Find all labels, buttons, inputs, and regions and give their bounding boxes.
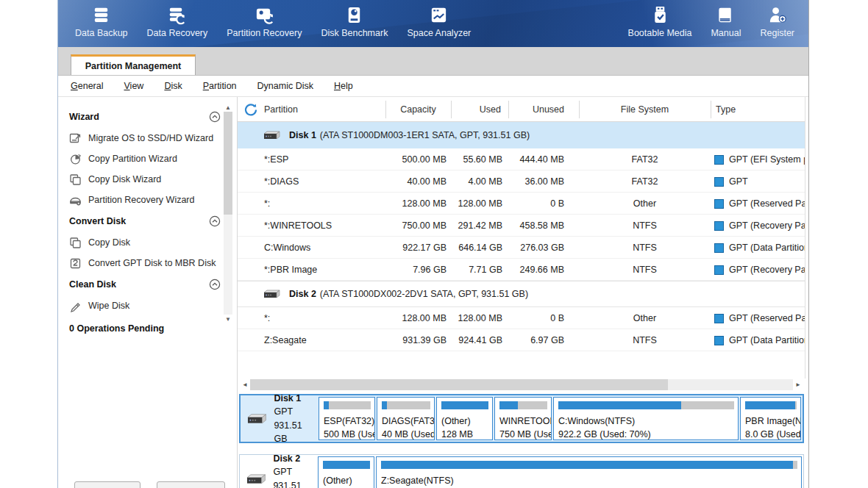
collapse-chevron-icon[interactable] [209, 279, 221, 290]
menu-partition[interactable]: Partition [193, 77, 247, 95]
disk-style: GPT [273, 467, 292, 477]
refresh-icon[interactable] [243, 102, 258, 117]
map-block-winretools[interactable]: WINRETOOLS 750 MB (Used: 39%) [494, 397, 552, 440]
scroll-up-icon[interactable]: ▲ [224, 103, 232, 112]
sidebar-scrollbar[interactable]: ▲ ▼ [224, 103, 232, 323]
table-row[interactable]: *: 128.00 MB 128.00 MB 0 B Other GPT (Re… [238, 193, 805, 215]
wipe-disk-icon [69, 300, 82, 312]
usage-bar [382, 401, 430, 409]
capacity-cell: 128.00 MB [363, 193, 447, 215]
table-row[interactable]: *:DIAGS 40.00 MB 4.00 MB 36.00 MB FAT32 … [238, 171, 805, 193]
tab-label: Partition Management [85, 61, 182, 71]
register-icon [767, 5, 787, 25]
partition-recovery-wizard-icon [69, 194, 82, 207]
table-row[interactable]: C:Windows 922.17 GB 646.14 GB 276.03 GB … [238, 237, 805, 259]
collapse-chevron-icon[interactable] [209, 215, 221, 227]
data-recovery-button[interactable]: Data Recovery [138, 0, 218, 47]
used-cell: 55.60 MB [447, 148, 502, 171]
space-analyzer-button[interactable]: Space Analyzer [397, 0, 480, 47]
unused-cell: 6.97 GB [502, 329, 564, 351]
map-block-z-seagate[interactable]: Z:Seagate(NTFS) 931.4 GB (Used: 99%) [376, 456, 802, 488]
scroll-right-icon[interactable]: ► [793, 379, 803, 390]
table-row[interactable]: *:WINRETOOLS 750.00 MB 291.42 MB 458.58 … [238, 215, 805, 237]
capacity-cell: 922.17 GB [363, 237, 447, 259]
map-block-c-windows[interactable]: C:Windows(NTFS) 922.2 GB (Used: 70%) [553, 397, 739, 440]
disk-name: Disk 1 [274, 393, 301, 403]
collapse-chevron-icon[interactable] [209, 111, 221, 123]
horizontal-scrollbar[interactable]: ◄ ► [240, 379, 803, 390]
column-header-capacity[interactable]: Capacity [385, 97, 451, 122]
column-header-file-system[interactable]: File System [579, 97, 711, 122]
table-row[interactable]: *:ESP 500.00 MB 55.60 MB 444.40 MB FAT32… [238, 148, 805, 171]
data-backup-button[interactable]: Data Backup [65, 0, 138, 47]
disk1-map-label[interactable]: Disk 1 GPT 931.51 GB [242, 397, 317, 440]
scrollbar-thumb[interactable] [224, 112, 232, 215]
type-cell: GPT (Reserved Partition) [714, 307, 805, 329]
disk2-map-label[interactable]: Disk 2 GPT 931.51 GB [241, 456, 316, 488]
sidebar-item-copy-disk-wizard[interactable]: Copy Disk Wizard [69, 169, 237, 190]
type-cell: GPT (Data Partition) [714, 329, 805, 351]
map-block-other[interactable]: (Other) 128 MB [318, 456, 374, 488]
disk2-row[interactable]: Disk 2 (ATA ST1000DX002-2DV1 SATA, GPT, … [238, 281, 805, 307]
partition-table: Partition Capacity Used Unused File Syst… [238, 97, 805, 378]
scrollbar-thumb[interactable] [250, 379, 668, 390]
partition-recovery-icon [255, 5, 274, 25]
column-separator [508, 101, 509, 118]
bottom-left-button-1[interactable] [74, 481, 140, 488]
sidebar-item-copy-disk[interactable]: Copy Disk [69, 232, 237, 253]
block-label: Z:Seagate(NTFS) [381, 475, 797, 488]
column-header-partition[interactable]: Partition [264, 97, 298, 122]
table-row[interactable]: Z:Seagate 931.39 GB 924.41 GB 6.97 GB NT… [238, 329, 805, 351]
menu-dynamic-disk[interactable]: Dynamic Disk [247, 77, 324, 95]
menu-disk[interactable]: Disk [154, 77, 192, 95]
partition-recovery-button[interactable]: Partition Recovery [217, 0, 311, 47]
menu-help[interactable]: Help [324, 77, 363, 95]
disk-title: Disk 1 [289, 130, 316, 140]
menu-general[interactable]: General [60, 77, 113, 95]
sidebar-item-wipe-disk[interactable]: Wipe Disk [69, 295, 237, 316]
toolbar-label: Bootable Media [628, 28, 692, 38]
bootable-media-button[interactable]: Bootable Media [619, 0, 702, 47]
partition-type-icon [714, 265, 724, 275]
map-block-esp[interactable]: ESP(FAT32) 500 MB (Used: 11%) [319, 397, 375, 440]
disk1-row[interactable]: Disk 1 (ATA ST1000DM003-1ER1 SATA, GPT, … [238, 122, 805, 148]
menu-view[interactable]: View [113, 77, 154, 95]
sidebar-item-migrate-os[interactable]: Migrate OS to SSD/HD Wizard [69, 128, 237, 148]
sidebar-item-convert-gpt-to-mbr[interactable]: Convert GPT Disk to MBR Disk [69, 253, 237, 273]
disk1-map-row[interactable]: Disk 1 GPT 931.51 GB ESP(FAT32) 500 MB (… [239, 394, 804, 443]
unused-cell: 249.66 MB [502, 259, 564, 281]
column-header-type[interactable]: Type [716, 97, 736, 122]
table-header: Partition Capacity Used Unused File Syst… [238, 97, 805, 122]
block-size: 922.2 GB (Used: 70%) [558, 428, 734, 441]
table-row[interactable]: *: 128.00 MB 128.00 MB 0 B Other GPT (Re… [238, 307, 805, 329]
used-cell: 128.00 MB [447, 193, 502, 215]
scrollbar-track[interactable] [250, 379, 793, 390]
sidebar-item-copy-partition-wizard[interactable]: Copy Partition Wizard [69, 148, 237, 169]
usage-bar [323, 461, 370, 469]
usage-bar [499, 401, 547, 409]
unused-cell: 36.00 MB [502, 171, 564, 193]
toolbar-label: Register [760, 28, 794, 38]
file-system-cell: FAT32 [579, 171, 711, 193]
manual-button[interactable]: Manual [701, 0, 750, 47]
map-block-pbr-image[interactable]: PBR Image(NTFS) 8.0 GB (Used: 97%) [740, 397, 801, 440]
scroll-left-icon[interactable]: ◄ [240, 379, 250, 390]
tab-partition-management[interactable]: Partition Management [71, 54, 196, 75]
block-label: ESP(FAT32) [324, 415, 371, 428]
used-cell: 4.00 MB [447, 171, 502, 193]
scroll-down-icon[interactable]: ▼ [224, 315, 232, 323]
disk2-map-row[interactable]: Disk 2 GPT 931.51 GB (Other) 128 MB Z:Se… [239, 454, 804, 488]
capacity-cell: 40.00 MB [363, 171, 447, 193]
column-header-unused[interactable]: Unused [508, 97, 564, 122]
disk-benchmark-button[interactable]: Disk Benchmark [311, 0, 397, 47]
map-block-other[interactable]: (Other) 128 MB [436, 397, 493, 440]
table-row[interactable]: *:PBR Image 7.96 GB 7.71 GB 249.66 MB NT… [238, 259, 805, 281]
register-button[interactable]: Register [750, 0, 804, 47]
column-header-used[interactable]: Used [451, 97, 501, 122]
map-block-diags[interactable]: DIAGS(FAT32) 40 MB (Used: 10%) [377, 397, 435, 440]
unused-cell: 276.03 GB [502, 237, 564, 259]
space-analyzer-icon [429, 5, 449, 25]
sidebar-item-label: Partition Recovery Wizard [88, 195, 195, 205]
sidebar-item-partition-recovery-wizard[interactable]: Partition Recovery Wizard [69, 190, 237, 210]
bottom-left-button-2[interactable] [157, 481, 225, 488]
